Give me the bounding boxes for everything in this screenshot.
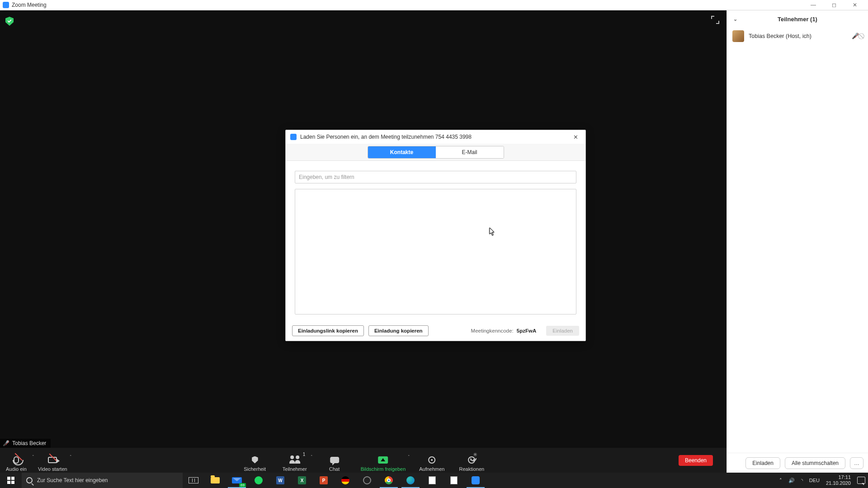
invite-button[interactable]: Einladen xyxy=(745,457,780,469)
audio-button[interactable]: Audio ein ˄ xyxy=(3,449,30,472)
zoom-icon xyxy=(290,134,297,140)
participants-panel-title: Teilnehmer (1) xyxy=(778,16,817,23)
plus-icon: ＋ xyxy=(473,453,477,456)
mail-badge: 69 xyxy=(239,483,246,487)
avatar xyxy=(732,30,744,42)
chevron-down-icon[interactable]: ⌄ xyxy=(733,16,737,22)
obs-icon[interactable] xyxy=(356,473,378,488)
share-icon xyxy=(378,456,388,464)
clock-time: 17:11 xyxy=(826,474,851,480)
chevron-up-icon[interactable]: ˄ xyxy=(70,455,72,459)
window-title: Zoom Meeting xyxy=(12,2,47,8)
record-label: Aufnehmen xyxy=(419,466,444,472)
spotify-icon[interactable] xyxy=(248,473,269,488)
participant-name: Tobias Becker (Host, ich) xyxy=(749,33,811,39)
copy-invitation-button[interactable]: Einladung kopieren xyxy=(368,325,429,336)
participants-button[interactable]: 1 Teilnehmer ˄ xyxy=(281,449,308,472)
zoom-taskbar-icon[interactable] xyxy=(465,473,486,488)
security-label: Sicherheit xyxy=(244,466,266,472)
share-screen-button[interactable]: Bildschirm freigeben ˄ xyxy=(361,449,406,472)
taskbar-clock[interactable]: 17:11 21.10.2020 xyxy=(826,474,851,486)
edge-icon[interactable] xyxy=(400,473,421,488)
system-tray: ˄ 🔊 ◝ DEU 17:11 21.10.2020 xyxy=(777,473,868,488)
invite-dialog-title: Laden Sie Personen ein, an dem Meeting t… xyxy=(300,134,472,140)
passcode-label: Meetingkenncode: xyxy=(471,328,514,333)
video-label: Video starten xyxy=(38,466,67,472)
participants-label: Teilnehmer xyxy=(283,466,307,472)
shield-icon xyxy=(252,456,258,464)
windows-taskbar: Zur Suche Text hier eingeben 69 W X P ˄ … xyxy=(0,473,868,488)
security-button[interactable]: Sicherheit xyxy=(241,449,269,472)
invite-dialog-body xyxy=(286,161,585,321)
search-placeholder: Zur Suche Text hier eingeben xyxy=(37,477,108,483)
taskview-icon[interactable] xyxy=(183,473,204,488)
germany-icon[interactable] xyxy=(335,473,356,488)
powerpoint-icon[interactable]: P xyxy=(313,473,335,488)
tab-email[interactable]: E-Mail xyxy=(436,146,504,158)
people-icon xyxy=(289,456,300,464)
chevron-up-icon[interactable]: ˄ xyxy=(408,455,410,459)
self-name-label: Tobias Becker xyxy=(12,440,46,446)
contact-filter-input[interactable] xyxy=(295,171,576,183)
record-icon xyxy=(428,456,435,464)
invite-submit-button[interactable]: Einladen xyxy=(546,326,579,336)
invite-tabs: Kontakte E-Mail xyxy=(286,144,585,161)
start-button[interactable] xyxy=(0,473,22,488)
volume-icon[interactable]: 🔊 xyxy=(788,478,795,483)
share-label: Bildschirm freigeben xyxy=(361,466,406,472)
chat-button[interactable]: Chat xyxy=(321,449,348,472)
mail-icon[interactable]: 69 xyxy=(226,473,248,488)
invite-dialog-titlebar: Laden Sie Personen ein, an dem Meeting t… xyxy=(286,130,585,144)
zoom-icon xyxy=(3,2,9,8)
keyboard-language[interactable]: DEU xyxy=(809,478,820,483)
search-icon xyxy=(26,477,33,483)
self-name-tag: 🎤̸ Tobias Becker xyxy=(0,439,51,448)
reactions-label: Reaktionen xyxy=(459,466,485,472)
participants-panel: ⌄ Teilnehmer (1) Tobias Becker (Host, ic… xyxy=(726,10,868,473)
copy-link-button[interactable]: Einladungslink kopieren xyxy=(292,325,364,336)
excel-icon[interactable]: X xyxy=(291,473,313,488)
chevron-up-icon[interactable]: ˄ xyxy=(32,455,34,459)
participant-row[interactable]: Tobias Becker (Host, ich) 🎤̸ ⃠ xyxy=(727,28,868,45)
window-titlebar: Zoom Meeting — ◻ ✕ xyxy=(0,0,868,10)
participants-panel-header: ⌄ Teilnehmer (1) xyxy=(727,10,868,28)
chevron-up-icon[interactable]: ˄ xyxy=(311,455,313,459)
participants-panel-footer: Einladen Alle stummschalten … xyxy=(727,453,868,473)
window-minimize-button[interactable]: — xyxy=(803,0,824,10)
audio-label: Audio ein xyxy=(6,466,27,472)
fullscreen-icon[interactable] xyxy=(711,16,719,24)
reactions-button[interactable]: ＋ Reaktionen xyxy=(458,449,485,472)
video-button[interactable]: Video starten ˄ xyxy=(38,449,67,472)
wifi-icon[interactable]: ◝ xyxy=(801,478,803,483)
camera-off-icon xyxy=(48,457,57,463)
invite-dialog: Laden Sie Personen ein, an dem Meeting t… xyxy=(285,130,586,341)
invite-dialog-footer: Einladungslink kopieren Einladung kopier… xyxy=(286,321,585,341)
meeting-passcode: Meetingkenncode: 5pzFwA xyxy=(471,328,537,333)
mic-muted-icon xyxy=(14,456,19,464)
chat-icon xyxy=(330,457,339,463)
notifications-icon[interactable] xyxy=(857,477,865,484)
record-button[interactable]: Aufnehmen xyxy=(418,449,445,472)
word-icon[interactable]: W xyxy=(269,473,291,488)
tab-contacts[interactable]: Kontakte xyxy=(368,146,436,158)
encryption-shield-icon[interactable] xyxy=(5,17,14,26)
contact-list[interactable] xyxy=(295,189,576,314)
mic-muted-icon: 🎤̸ xyxy=(852,33,859,40)
mic-muted-icon: 🎤̸ xyxy=(3,440,9,446)
leave-button[interactable]: Beenden xyxy=(679,455,713,466)
passcode-value: 5pzFwA xyxy=(517,328,536,333)
close-icon[interactable]: ✕ xyxy=(570,131,581,142)
more-button[interactable]: … xyxy=(850,457,863,469)
notepad2-icon[interactable] xyxy=(443,473,465,488)
chrome-icon[interactable] xyxy=(378,473,400,488)
clock-date: 21.10.2020 xyxy=(826,480,851,486)
notepad-icon[interactable] xyxy=(421,473,443,488)
window-maximize-button[interactable]: ◻ xyxy=(824,0,844,10)
tray-chevron-icon[interactable]: ˄ xyxy=(779,478,782,483)
mute-all-button[interactable]: Alle stummschalten xyxy=(785,457,845,469)
file-explorer-icon[interactable] xyxy=(204,473,226,488)
participants-count: 1 xyxy=(303,452,306,457)
window-close-button[interactable]: ✕ xyxy=(844,0,865,10)
chat-label: Chat xyxy=(329,466,340,472)
taskbar-search[interactable]: Zur Suche Text hier eingeben xyxy=(22,473,183,488)
